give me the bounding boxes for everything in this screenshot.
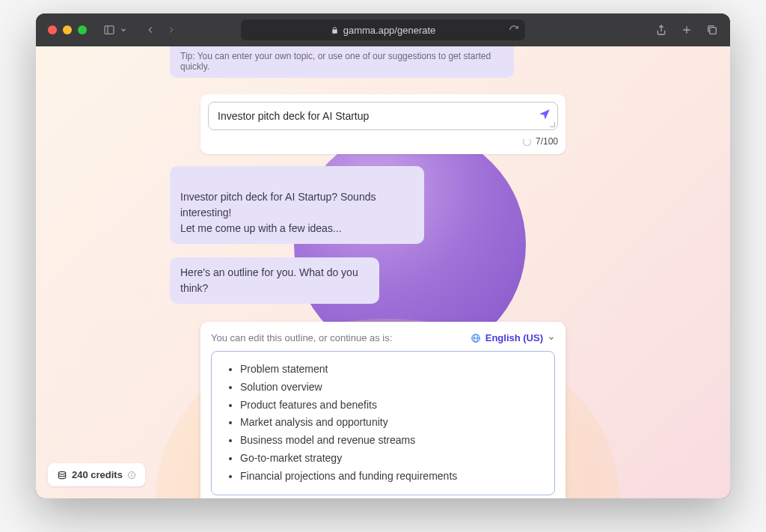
ai-message-2: Here's an outline for you. What do you t… bbox=[170, 257, 379, 304]
page-content: Tip: You can enter your own topic, or us… bbox=[36, 46, 730, 498]
outline-hint: You can edit this outline, or continue a… bbox=[211, 332, 392, 343]
minimize-window-icon[interactable] bbox=[63, 25, 72, 34]
list-item[interactable]: Market analysis and opportunity bbox=[240, 414, 544, 432]
tabs-overview-icon[interactable] bbox=[706, 24, 718, 36]
spinner-icon bbox=[523, 138, 531, 146]
tip-bubble: Tip: You can enter your own topic, or us… bbox=[170, 46, 514, 78]
svg-point-14 bbox=[132, 473, 132, 474]
svg-point-11 bbox=[58, 471, 65, 474]
traffic-lights bbox=[48, 25, 87, 34]
list-item[interactable]: Product features and benefits bbox=[240, 397, 544, 415]
share-icon[interactable] bbox=[655, 24, 667, 36]
ai-message-1-text: Investor pitch deck for AI Startup? Soun… bbox=[180, 191, 376, 234]
send-icon bbox=[538, 108, 551, 121]
char-counter: 7/100 bbox=[536, 136, 558, 147]
coins-icon bbox=[57, 470, 67, 480]
outline-card: You can edit this outline, or continue a… bbox=[200, 322, 566, 498]
maximize-window-icon[interactable] bbox=[78, 25, 87, 34]
browser-titlebar: gamma.app/generate bbox=[36, 13, 730, 46]
outline-editor[interactable]: Problem statement Solution overview Prod… bbox=[211, 351, 555, 495]
close-window-icon[interactable] bbox=[48, 25, 57, 34]
url-text: gamma.app/generate bbox=[343, 25, 436, 36]
ai-message-2-text: Here's an outline for you. What do you t… bbox=[180, 266, 358, 294]
prompt-input-card: Investor pitch deck for AI Startup 7/100 bbox=[200, 94, 566, 154]
chevron-down-icon bbox=[548, 334, 555, 342]
outline-list: Problem statement Solution overview Prod… bbox=[222, 361, 544, 486]
tip-text: Tip: You can enter your own topic, or us… bbox=[180, 51, 491, 72]
list-item[interactable]: Go-to-market strategy bbox=[240, 450, 544, 468]
lock-icon bbox=[331, 26, 339, 34]
list-item[interactable]: Problem statement bbox=[240, 361, 544, 379]
sidebar-icon[interactable] bbox=[103, 24, 115, 36]
language-selector[interactable]: English (US) bbox=[471, 332, 555, 343]
globe-icon bbox=[471, 333, 481, 343]
nav-back-icon[interactable] bbox=[145, 25, 156, 35]
credits-label: 240 credits bbox=[72, 469, 123, 480]
nav-forward-icon[interactable] bbox=[166, 25, 177, 35]
list-item[interactable]: Solution overview bbox=[240, 379, 544, 397]
list-item[interactable]: Financial projections and funding requir… bbox=[240, 468, 544, 486]
language-label: English (US) bbox=[485, 332, 543, 343]
address-bar[interactable]: gamma.app/generate bbox=[241, 19, 525, 40]
reload-icon[interactable] bbox=[509, 25, 519, 35]
new-tab-icon[interactable] bbox=[681, 24, 693, 36]
prompt-text: Investor pitch deck for AI Startup bbox=[218, 110, 527, 122]
resize-handle-icon[interactable] bbox=[550, 122, 556, 128]
info-icon[interactable] bbox=[127, 471, 136, 480]
list-item[interactable]: Business model and revenue streams bbox=[240, 432, 544, 450]
svg-rect-5 bbox=[710, 28, 717, 34]
prompt-textarea[interactable]: Investor pitch deck for AI Startup bbox=[208, 102, 558, 130]
chevron-down-icon[interactable] bbox=[120, 26, 127, 34]
credits-pill[interactable]: 240 credits bbox=[48, 463, 145, 486]
ai-message-1: Investor pitch deck for AI Startup? Soun… bbox=[170, 166, 424, 244]
svg-rect-0 bbox=[105, 26, 114, 34]
browser-window: gamma.app/generate Tip: You can enter yo… bbox=[36, 13, 730, 498]
